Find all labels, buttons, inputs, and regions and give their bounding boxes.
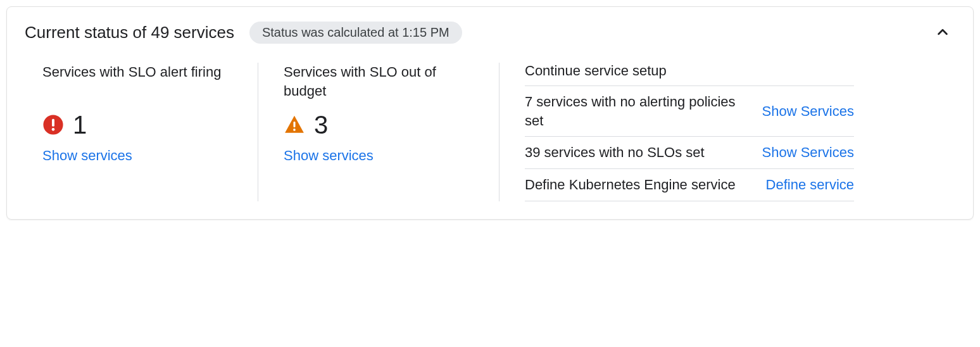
setup-row-no-slos: 39 services with no SLOs set Show Servic… <box>525 136 854 168</box>
show-services-link-budget[interactable]: Show services <box>284 148 448 164</box>
status-card: Current status of 49 services Status was… <box>6 6 974 220</box>
svg-rect-3 <box>293 122 295 127</box>
metric-title: Services with SLO out of budget <box>284 63 448 101</box>
metric-value: 1 <box>73 112 87 137</box>
chevron-up-icon <box>936 25 950 39</box>
metric-value-row: 3 <box>284 112 448 137</box>
show-services-link-no-slos[interactable]: Show Services <box>762 144 854 161</box>
svg-point-2 <box>52 128 55 131</box>
metric-out-of-budget: Services with SLO out of budget 3 Show s… <box>258 63 474 201</box>
show-services-link-no-alerting[interactable]: Show Services <box>762 103 854 120</box>
collapse-button[interactable] <box>930 20 955 45</box>
metric-alert-firing: Services with SLO alert firing 1 Show se… <box>42 63 258 201</box>
define-service-link[interactable]: Define service <box>766 177 854 193</box>
card-title: Current status of 49 services <box>25 23 234 42</box>
warning-icon <box>284 114 305 136</box>
error-icon <box>42 114 64 136</box>
setup-title: Continue service setup <box>525 63 854 79</box>
card-header: Current status of 49 services Status was… <box>25 20 955 45</box>
setup-row-define-k8s: Define Kubernetes Engine service Define … <box>525 168 854 201</box>
content-row: Services with SLO alert firing 1 Show se… <box>25 58 955 201</box>
setup-row-label: Define Kubernetes Engine service <box>525 175 753 194</box>
show-services-link-alerts[interactable]: Show services <box>42 148 232 164</box>
setup-row-no-alerting: 7 services with no alerting policies set… <box>525 85 854 136</box>
metric-value: 3 <box>314 112 328 137</box>
status-timestamp-pill: Status was calculated at 1:15 PM <box>249 22 462 44</box>
continue-setup-section: Continue service setup 7 services with n… <box>499 63 854 201</box>
setup-row-label: 7 services with no alerting policies set <box>525 92 749 130</box>
setup-row-label: 39 services with no SLOs set <box>525 143 749 162</box>
metric-value-row: 1 <box>42 112 232 137</box>
svg-rect-1 <box>52 119 54 127</box>
metric-title: Services with SLO alert firing <box>42 63 232 101</box>
svg-point-4 <box>293 129 296 131</box>
